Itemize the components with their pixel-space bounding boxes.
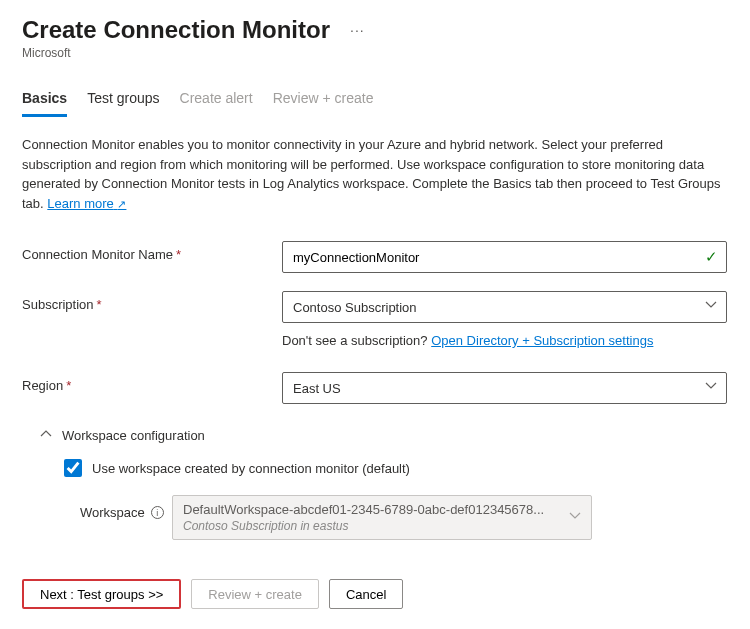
region-label: Region*: [22, 372, 282, 393]
info-icon[interactable]: i: [151, 506, 164, 519]
subscription-label: Subscription*: [22, 291, 282, 312]
tabs: Basics Test groups Create alert Review +…: [22, 82, 728, 117]
intro-text: Connection Monitor enables you to monito…: [22, 135, 728, 213]
tab-create-alert: Create alert: [180, 82, 253, 116]
external-link-icon: ↗: [117, 198, 126, 210]
chevron-down-icon: [569, 510, 581, 525]
chevron-up-icon: [40, 428, 52, 443]
intro-body: Connection Monitor enables you to monito…: [22, 137, 721, 211]
use-default-workspace-checkbox[interactable]: [64, 459, 82, 477]
subscription-helper: Don't see a subscription? Open Directory…: [282, 333, 727, 348]
use-default-workspace-label: Use workspace created by connection moni…: [92, 461, 410, 476]
workspace-select: DefaultWorkspace-abcdef01-2345-6789-0abc…: [172, 495, 592, 540]
region-select[interactable]: East US: [282, 372, 727, 404]
next-button[interactable]: Next : Test groups >>: [22, 579, 181, 609]
workspace-label: Workspace: [80, 505, 145, 520]
connection-monitor-name-input[interactable]: [282, 241, 727, 273]
learn-more-label: Learn more: [47, 196, 113, 211]
tab-review-create: Review + create: [273, 82, 374, 116]
workspace-section-title: Workspace configuration: [62, 428, 205, 443]
learn-more-link[interactable]: Learn more ↗: [47, 196, 126, 211]
workspace-config-toggle[interactable]: Workspace configuration: [40, 428, 728, 443]
review-create-button: Review + create: [191, 579, 319, 609]
subscription-value: Contoso Subscription: [293, 300, 417, 315]
region-value: East US: [293, 381, 341, 396]
open-directory-link[interactable]: Open Directory + Subscription settings: [431, 333, 653, 348]
more-actions-button[interactable]: ···: [344, 18, 371, 42]
tab-test-groups[interactable]: Test groups: [87, 82, 159, 116]
tab-basics[interactable]: Basics: [22, 82, 67, 116]
workspace-selected-name: DefaultWorkspace-abcdef01-2345-6789-0abc…: [183, 502, 561, 517]
footer: Next : Test groups >> Review + create Ca…: [0, 565, 750, 629]
name-label: Connection Monitor Name*: [22, 241, 282, 262]
subscription-select[interactable]: Contoso Subscription: [282, 291, 727, 323]
workspace-selected-sub: Contoso Subscription in eastus: [183, 519, 561, 533]
page-title: Create Connection Monitor: [22, 16, 330, 44]
cancel-button[interactable]: Cancel: [329, 579, 403, 609]
page-subtitle: Microsoft: [22, 46, 728, 60]
